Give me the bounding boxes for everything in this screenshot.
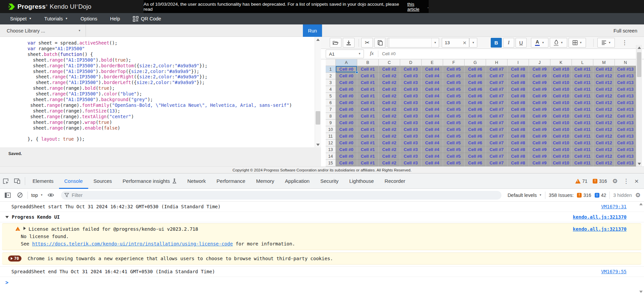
cell-D5[interactable]: Cell #3 — [400, 93, 422, 99]
cell-E11[interactable]: Cell #4 — [422, 133, 443, 140]
cell-K4[interactable]: Cell #10 — [550, 86, 572, 93]
cell-A10[interactable]: Cell #0 — [336, 126, 357, 133]
run-button[interactable]: Run — [303, 24, 322, 37]
cell-J15[interactable]: Cell #9 — [529, 160, 550, 166]
cell-B5[interactable]: Cell #1 — [357, 93, 379, 99]
font-family-dropdown[interactable]: ▼ — [389, 38, 439, 48]
tab-memory[interactable]: Memory — [251, 173, 279, 189]
cell-H2[interactable]: Cell #7 — [486, 73, 507, 79]
cell-D11[interactable]: Cell #3 — [400, 133, 422, 140]
cell-K7[interactable]: Cell #10 — [550, 106, 572, 113]
row-header-1[interactable]: 1 — [326, 66, 336, 73]
cell-H14[interactable]: Cell #7 — [486, 153, 507, 160]
inspect-element-button[interactable] — [0, 175, 11, 187]
cell-M5[interactable]: Cell #12 — [593, 93, 615, 99]
cell-A8[interactable]: Cell #0 — [336, 113, 357, 120]
issues-link[interactable]: 358 Issues: — [549, 193, 574, 198]
cell-D2[interactable]: Cell #3 — [400, 73, 422, 79]
cell-H11[interactable]: Cell #7 — [486, 133, 507, 140]
source-link[interactable]: kendo.all.js:321370 — [573, 214, 627, 220]
cell-A11[interactable]: Cell #0 — [336, 133, 357, 140]
cell-D10[interactable]: Cell #3 — [400, 126, 422, 133]
column-header-D[interactable]: D — [400, 59, 422, 66]
tab-recorder[interactable]: Recorder — [379, 173, 411, 189]
cell-F13[interactable]: Cell #5 — [443, 146, 465, 153]
cell-D13[interactable]: Cell #3 — [400, 146, 422, 153]
row-header-7[interactable]: 7 — [326, 106, 336, 113]
cell-N8[interactable]: Cell #13 — [615, 113, 636, 120]
cell-H1[interactable]: Cell #7 — [486, 66, 507, 73]
cell-A3[interactable]: Cell #0 — [336, 79, 357, 86]
italic-button[interactable]: I — [503, 38, 514, 48]
license-docs-link[interactable]: https://docs.telerik.com/kendo-ui/intro/… — [32, 241, 233, 246]
clear-console-button[interactable] — [15, 190, 24, 201]
cell-H13[interactable]: Cell #7 — [486, 146, 507, 153]
cell-B15[interactable]: Cell #1 — [357, 160, 379, 166]
cell-A7[interactable]: Cell #0 — [336, 106, 357, 113]
cell-J1[interactable]: Cell #9 — [529, 66, 550, 73]
cell-C15[interactable]: Cell #2 — [379, 160, 400, 166]
cell-B3[interactable]: Cell #1 — [357, 79, 379, 86]
cell-E6[interactable]: Cell #4 — [422, 99, 443, 106]
cell-E13[interactable]: Cell #4 — [422, 146, 443, 153]
row-header-13[interactable]: 13 — [326, 146, 336, 153]
tab-security[interactable]: Security — [315, 173, 344, 189]
cell-A15[interactable]: Cell #0 — [336, 160, 357, 166]
cell-K6[interactable]: Cell #10 — [550, 99, 572, 106]
row-header-14[interactable]: 14 — [326, 153, 336, 160]
cell-L4[interactable]: Cell #11 — [572, 86, 593, 93]
cell-N10[interactable]: Cell #13 — [615, 126, 636, 133]
cell-H8[interactable]: Cell #7 — [486, 113, 507, 120]
cell-C1[interactable]: Cell #2 — [379, 66, 400, 73]
scroll-down-icon[interactable] — [636, 161, 642, 166]
cell-J11[interactable]: Cell #9 — [529, 133, 550, 140]
scroll-up-icon[interactable] — [636, 45, 642, 50]
row-header-15[interactable]: 15 — [326, 160, 336, 166]
cell-K10[interactable]: Cell #10 — [550, 126, 572, 133]
cell-J9[interactable]: Cell #9 — [529, 120, 550, 126]
issues-message-count[interactable]: ☰42 — [595, 193, 606, 198]
selection-handle[interactable] — [356, 71, 358, 74]
cell-K8[interactable]: Cell #10 — [550, 113, 572, 120]
cell-I3[interactable]: Cell #8 — [507, 79, 529, 86]
cell-E9[interactable]: Cell #4 — [422, 120, 443, 126]
cell-C8[interactable]: Cell #2 — [379, 113, 400, 120]
cell-L11[interactable]: Cell #11 — [572, 133, 593, 140]
cell-I10[interactable]: Cell #8 — [507, 126, 529, 133]
cell-F12[interactable]: Cell #5 — [443, 140, 465, 146]
cell-C7[interactable]: Cell #2 — [379, 106, 400, 113]
cell-M13[interactable]: Cell #12 — [593, 146, 615, 153]
cell-H9[interactable]: Cell #7 — [486, 120, 507, 126]
cell-J6[interactable]: Cell #9 — [529, 99, 550, 106]
cell-C2[interactable]: Cell #2 — [379, 73, 400, 79]
cell-M6[interactable]: Cell #12 — [593, 99, 615, 106]
cell-K13[interactable]: Cell #10 — [550, 146, 572, 153]
console-group-row[interactable]: Progress Kendo UI kendo.all.js:321370 — [0, 212, 644, 222]
column-header-L[interactable]: L — [572, 59, 593, 66]
menu-snippet[interactable]: Snippet▼ — [10, 16, 32, 21]
clear-icon[interactable]: ✕ — [460, 40, 469, 46]
cell-I7[interactable]: Cell #8 — [507, 106, 529, 113]
tab-lighthouse[interactable]: Lighthouse — [344, 173, 379, 189]
cell-M11[interactable]: Cell #12 — [593, 133, 615, 140]
issues-error-count[interactable]: !316 — [577, 193, 591, 198]
cell-K5[interactable]: Cell #10 — [550, 93, 572, 99]
cell-name-box[interactable]: A1 ▼ — [326, 50, 364, 58]
cell-N5[interactable]: Cell #13 — [615, 93, 636, 99]
cell-M4[interactable]: Cell #12 — [593, 86, 615, 93]
cell-K14[interactable]: Cell #10 — [550, 153, 572, 160]
cell-A14[interactable]: Cell #0 — [336, 153, 357, 160]
cell-D9[interactable]: Cell #3 — [400, 120, 422, 126]
cell-L7[interactable]: Cell #11 — [572, 106, 593, 113]
cell-H12[interactable]: Cell #7 — [486, 140, 507, 146]
cell-L13[interactable]: Cell #11 — [572, 146, 593, 153]
row-header-9[interactable]: 9 — [326, 120, 336, 126]
source-link[interactable]: VM1679:55 — [601, 268, 627, 275]
cell-H15[interactable]: Cell #7 — [486, 160, 507, 166]
cell-G7[interactable]: Cell #6 — [465, 106, 486, 113]
cell-C9[interactable]: Cell #2 — [379, 120, 400, 126]
cell-K1[interactable]: Cell #10 — [550, 66, 572, 73]
row-header-11[interactable]: 11 — [326, 133, 336, 140]
tab-performance-insights[interactable]: Performance insights — [117, 173, 182, 189]
code-editor[interactable]: var sheet = spread.activeSheet();var ran… — [0, 37, 321, 147]
